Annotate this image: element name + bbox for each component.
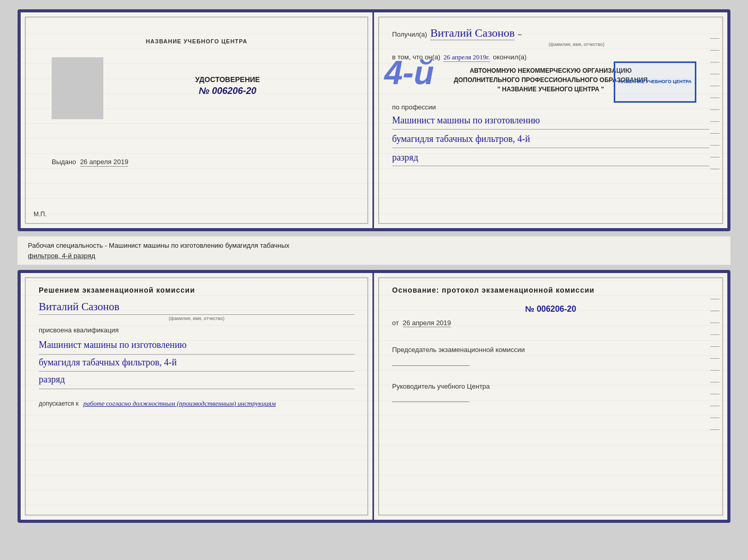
dash-12 xyxy=(710,169,720,169)
right-decorative-lines xyxy=(710,38,720,169)
poluchil-label: Получил(а) xyxy=(392,30,427,38)
top-cert-left-page: НАЗВАНИЕ УЧЕБНОГО ЦЕНТРА УДОСТОВЕРЕНИЕ №… xyxy=(21,12,374,228)
bottom-certificate-book: Решением экзаменационной комиссии Витали… xyxy=(18,270,730,523)
profession-line2: бумагидля табачных фильтров, 4-й xyxy=(392,132,709,148)
bdash-7 xyxy=(710,370,720,371)
photo-placeholder xyxy=(52,57,103,119)
dash-11 xyxy=(710,157,720,157)
dash-4 xyxy=(710,74,720,74)
bottom-fio-hint: (фамилия, имя, отчество) xyxy=(39,316,354,321)
stamp-overlay: НАЗВАНИЕ УЧЕБНОГО ЦЕНТРА xyxy=(614,61,696,103)
bdash-5 xyxy=(710,346,720,347)
dash-6 xyxy=(710,98,720,98)
bdash-3 xyxy=(710,323,720,323)
rukovoditel-signature-line xyxy=(392,402,470,402)
qualification-line2: бумагидля табачных фильтров, 4-й xyxy=(39,355,354,372)
bottom-cert-left-page: Решением экзаменационной комиссии Витали… xyxy=(21,273,374,520)
recipient-name: Виталий Сазонов xyxy=(430,26,515,40)
prisvoena-label: присвоена квалификация xyxy=(39,326,354,334)
okonchil-label: окончил(а) xyxy=(493,53,526,61)
vtom-date: 26 апреля 2019г. xyxy=(443,53,490,62)
bdash-4 xyxy=(710,334,720,335)
dash-3 xyxy=(710,62,720,62)
middle-text-underlined: фильтров, 4-й разряд xyxy=(28,252,95,260)
dash-5 xyxy=(710,86,720,86)
dash-1 xyxy=(710,38,720,39)
bottom-name-handwritten: Виталий Сазонов xyxy=(39,300,354,315)
rukovoditel-label: Руководитель учебного Центра xyxy=(392,381,709,392)
middle-text-band: Рабочая специальность - Машинист машины … xyxy=(18,236,730,265)
predsedatel-signature-line xyxy=(392,365,470,366)
middle-text-prefix: Рабочая специальность - Машинист машины … xyxy=(28,242,289,249)
profession-line1: Машинист машины по изготовлению xyxy=(392,113,709,130)
bdash-10 xyxy=(710,406,720,406)
predsedatel-block: Председатель экзаменационной комиссии xyxy=(392,345,709,376)
dash-7 xyxy=(710,109,720,110)
bdash-1 xyxy=(710,299,720,299)
bdash-2 xyxy=(710,311,720,311)
profession-line3: разряд xyxy=(392,150,709,167)
po-professii-label: по профессии xyxy=(392,103,709,111)
bdash-8 xyxy=(710,382,720,382)
mp-label: М.П. xyxy=(34,211,46,218)
fio-hint-top: (фамилия, имя, отчество) xyxy=(444,42,709,47)
vydano-label: Выдано xyxy=(52,158,76,166)
ot-date: от 26 апреля 2019 xyxy=(392,319,709,327)
bdash-11 xyxy=(710,418,720,418)
right-decor-bottom xyxy=(710,299,720,430)
qualification-line1: Машинист машины по изготовлению xyxy=(39,337,354,355)
vydano-date: 26 апреля 2019 xyxy=(80,158,129,167)
rukovoditel-block: Руководитель учебного Центра xyxy=(392,381,709,413)
qualification-line3: разряд xyxy=(39,372,354,389)
vydano-line: Выдано 26 апреля 2019 xyxy=(52,158,352,166)
ot-date-value: 26 апреля 2019 xyxy=(403,319,451,327)
protocol-number: № 006206-20 xyxy=(392,305,709,314)
top-left-title: НАЗВАНИЕ УЧЕБНОГО ЦЕНТРА xyxy=(146,38,247,44)
resheniem-title: Решением экзаменационной комиссии xyxy=(39,286,354,294)
bdash-6 xyxy=(710,358,720,359)
udostoverenie-label: УДОСТОВЕРЕНИЕ xyxy=(195,75,260,84)
dopuskaetsya-prefix: допускается к xyxy=(39,400,79,407)
bdash-12 xyxy=(710,429,720,430)
osnovanie-label: Основание: протокол экзаменационной коми… xyxy=(392,286,709,294)
bottom-cert-right-page: Основание: протокол экзаменационной коми… xyxy=(374,273,727,520)
top-cert-right-page: Получил(а) Виталий Сазонов – (фамилия, и… xyxy=(374,12,727,228)
dash-8 xyxy=(710,121,720,122)
dash-2 xyxy=(710,50,720,51)
page-background: НАЗВАНИЕ УЧЕБНОГО ЦЕНТРА УДОСТОВЕРЕНИЕ №… xyxy=(0,0,748,560)
dash-10 xyxy=(710,145,720,146)
ot-prefix: от xyxy=(392,319,399,327)
dash-separator: – xyxy=(518,30,521,38)
top-certificate-book: НАЗВАНИЕ УЧЕБНОГО ЦЕНТРА УДОСТОВЕРЕНИЕ №… xyxy=(18,9,730,231)
middle-text-content: Рабочая специальность - Машинист машины … xyxy=(28,241,720,261)
dash-9 xyxy=(710,133,720,134)
cert-number-top: № 006206-20 xyxy=(199,86,257,97)
dopuskaetsya-value: работе согласно должностным (производств… xyxy=(83,399,275,407)
predsedatel-label: Председатель экзаменационной комиссии xyxy=(392,345,709,355)
bdash-9 xyxy=(710,394,720,394)
stamp-text: НАЗВАНИЕ УЧЕБНОГО ЦЕНТРА xyxy=(618,79,691,85)
